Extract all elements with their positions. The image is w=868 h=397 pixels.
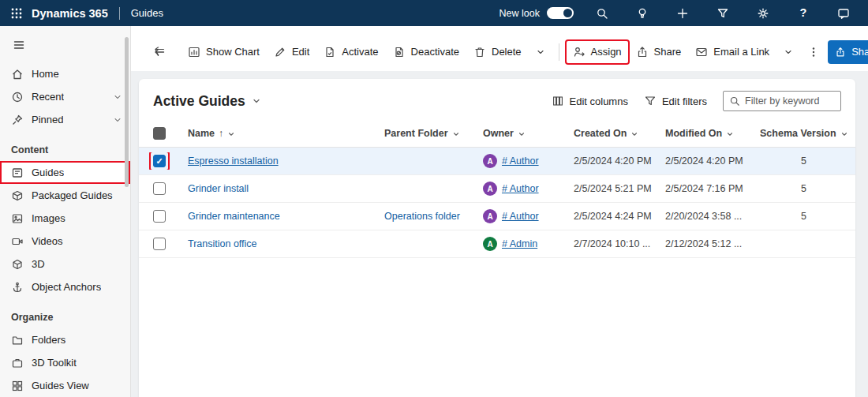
sidebar-item-pinned[interactable]: Pinned: [0, 108, 130, 131]
email-a-link-button[interactable]: Email a Link: [689, 41, 776, 63]
delete-button[interactable]: Delete: [467, 41, 528, 63]
sidebar-item-label: 3D Toolkit: [32, 357, 77, 369]
ideas-button[interactable]: [630, 2, 654, 25]
sidebar-item-recent[interactable]: Recent: [0, 85, 130, 108]
row-checkbox-wrap: [151, 235, 168, 253]
delete-split-chevron[interactable]: [529, 43, 552, 62]
sidebar-item-3d[interactable]: 3D: [0, 253, 130, 275]
chevron-down-icon: [518, 129, 526, 137]
column-header-schema-version[interactable]: Schema Version: [752, 128, 855, 139]
command-bar: Show Chart Edit Activate: [131, 26, 868, 71]
column-header-parent-folder[interactable]: Parent Folder: [376, 128, 475, 139]
column-header-name[interactable]: Name ↑: [180, 128, 376, 139]
package-icon: [11, 189, 24, 202]
row-checkbox-cell: [139, 152, 180, 170]
table-row[interactable]: Transition office A # Admin 2/7/2024 10:…: [139, 230, 855, 258]
app-name[interactable]: Guides: [131, 7, 163, 19]
filter-button[interactable]: [711, 2, 735, 25]
sidebar-item-packaged-guides[interactable]: Packaged Guides: [0, 184, 130, 207]
select-all-checkbox[interactable]: [153, 127, 166, 140]
table-row[interactable]: Grinder maintenance Operations folder A …: [139, 203, 855, 230]
search-icon: [729, 96, 740, 107]
guide-name-link[interactable]: Grinder install: [188, 183, 249, 194]
edit-button[interactable]: Edit: [268, 41, 316, 63]
settings-button[interactable]: [751, 2, 775, 25]
help-button[interactable]: ?: [791, 2, 815, 25]
column-header-created-on[interactable]: Created On: [566, 128, 657, 139]
sidebar-item-home[interactable]: Home: [0, 62, 130, 85]
sitemap-collapse-button[interactable]: [9, 36, 28, 54]
activate-button[interactable]: Activate: [317, 41, 384, 63]
chevron-down-icon: [252, 96, 261, 106]
chevron-down-icon[interactable]: [113, 92, 122, 102]
plus-icon: [676, 7, 689, 20]
name-cell: Grinder install: [180, 183, 376, 194]
sidebar-scrollbar-thumb[interactable]: [125, 37, 129, 187]
row-checkbox[interactable]: [153, 182, 166, 195]
sidebar-item-videos[interactable]: Videos: [0, 230, 130, 253]
deactivate-document-icon: [393, 46, 406, 58]
guide-name-link[interactable]: Transition office: [188, 238, 257, 249]
show-chart-label: Show Chart: [206, 46, 260, 58]
more-commands-button[interactable]: [801, 41, 826, 63]
column-label: Schema Version: [760, 128, 836, 139]
column-header-modified-on[interactable]: Modified On: [657, 128, 752, 139]
chevron-down-icon: [536, 47, 545, 57]
sidebar-item-guides[interactable]: Guides: [0, 161, 130, 184]
brand-title[interactable]: Dynamics 365: [32, 7, 108, 20]
edit-columns-button[interactable]: Edit columns: [552, 95, 628, 107]
owner-avatar: A: [483, 154, 497, 168]
app-launcher-button[interactable]: [5, 2, 28, 25]
chevron-down-icon[interactable]: [113, 115, 122, 125]
owner-link[interactable]: # Author: [502, 211, 539, 222]
sidebar-item-3d-toolkit[interactable]: 3D Toolkit: [0, 351, 130, 374]
sidebar: Home Recent Pinned Content: [0, 26, 131, 397]
row-checkbox[interactable]: [153, 210, 166, 223]
new-look-toggle[interactable]: New look: [499, 7, 574, 19]
sidebar-item-guides-view[interactable]: Guides View: [0, 374, 130, 397]
back-button[interactable]: [147, 41, 172, 63]
row-checkbox[interactable]: [153, 238, 166, 250]
sidebar-item-images[interactable]: Images: [0, 207, 130, 230]
guide-name-link[interactable]: Grinder maintenance: [188, 211, 280, 222]
sidebar-item-object-anchors[interactable]: Object Anchors: [0, 275, 130, 298]
back-arrow-icon: [153, 46, 166, 58]
toolkit-icon: [11, 357, 24, 369]
table-row[interactable]: Grinder install A # Author 2/5/2024 5:21…: [139, 175, 855, 203]
table-row[interactable]: Espresso installation A # Author 2/5/202…: [139, 148, 855, 175]
sidebar-item-folders[interactable]: Folders: [0, 328, 130, 351]
share-command-button[interactable]: Share: [630, 41, 688, 63]
share-primary-label: Share: [851, 46, 868, 58]
guide-name-link[interactable]: Espresso installation: [188, 155, 279, 167]
owner-link[interactable]: # Author: [502, 183, 539, 194]
schema-version-value: 5: [752, 211, 855, 222]
assign-person-icon: [573, 46, 586, 58]
view-selector[interactable]: Active Guides: [153, 93, 261, 110]
modified-on-value: 2/5/2024 7:16 PM: [657, 183, 752, 194]
view-card: Active Guides Edit columns: [139, 79, 855, 397]
sidebar-item-label: Guides: [32, 167, 64, 178]
deactivate-button[interactable]: Deactivate: [387, 41, 466, 63]
search-button[interactable]: [590, 2, 614, 25]
parent-folder-link[interactable]: Operations folder: [384, 211, 460, 222]
owner-link[interactable]: # Admin: [502, 238, 537, 249]
delete-label: Delete: [492, 46, 522, 58]
show-chart-button[interactable]: Show Chart: [181, 41, 266, 63]
pin-icon: [11, 114, 24, 126]
share-primary-button[interactable]: Share: [828, 40, 868, 64]
filter-keyword-input[interactable]: [723, 91, 841, 111]
assign-button[interactable]: Assign: [567, 41, 628, 63]
add-button[interactable]: [671, 2, 694, 25]
video-camera-icon: [11, 235, 24, 248]
toggle-switch-on[interactable]: [547, 7, 574, 19]
command-overflow-chevron[interactable]: [777, 43, 799, 62]
edit-filters-button[interactable]: Edit filters: [644, 95, 707, 107]
chevron-down-icon: [227, 129, 235, 137]
row-checkbox[interactable]: [153, 155, 166, 167]
feedback-button[interactable]: [832, 2, 855, 25]
owner-link[interactable]: # Author: [502, 155, 539, 167]
guides-grid: Name ↑ Parent Folder Owner: [139, 120, 855, 397]
column-header-owner[interactable]: Owner: [475, 128, 566, 139]
created-on-value: 2/5/2024 4:24 PM: [566, 211, 657, 222]
deactivate-label: Deactivate: [411, 46, 459, 58]
